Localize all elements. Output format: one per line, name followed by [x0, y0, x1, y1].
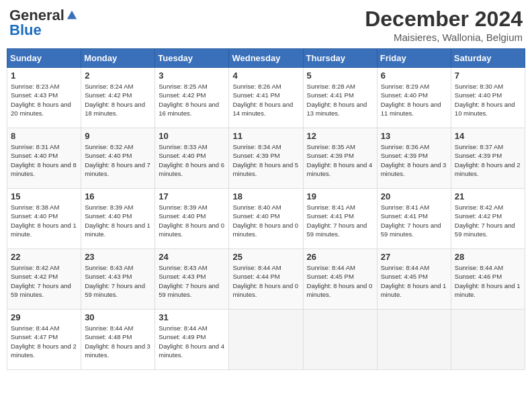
day-number: 1	[11, 71, 77, 81]
day-number: 10	[159, 131, 225, 141]
day-number: 9	[85, 131, 151, 141]
weekday-header-monday: Monday	[81, 49, 155, 68]
day-cell: 27 Sunrise: 8:44 AMSunset: 4:45 PMDaylig…	[377, 249, 451, 310]
weekday-header-wednesday: Wednesday	[229, 49, 303, 68]
weekday-header-friday: Friday	[377, 49, 451, 68]
day-cell: 11 Sunrise: 8:34 AMSunset: 4:39 PMDaylig…	[229, 128, 303, 189]
day-info: Sunrise: 8:44 AMSunset: 4:48 PMDaylight:…	[85, 324, 150, 359]
day-cell: 12 Sunrise: 8:35 AMSunset: 4:39 PMDaylig…	[303, 128, 377, 189]
day-info: Sunrise: 8:30 AMSunset: 4:40 PMDaylight:…	[455, 83, 515, 117]
day-cell: 22 Sunrise: 8:42 AMSunset: 4:42 PMDaylig…	[7, 249, 81, 310]
location: Maisieres, Wallonia, Belgium	[365, 32, 523, 43]
day-info: Sunrise: 8:44 AMSunset: 4:47 PMDaylight:…	[11, 324, 77, 359]
day-number: 28	[455, 252, 521, 262]
day-info: Sunrise: 8:37 AMSunset: 4:39 PMDaylight:…	[455, 143, 521, 177]
day-cell: 26 Sunrise: 8:44 AMSunset: 4:45 PMDaylig…	[303, 249, 377, 310]
day-cell: 7 Sunrise: 8:30 AMSunset: 4:40 PMDayligh…	[451, 68, 525, 128]
day-number: 23	[85, 252, 151, 262]
day-cell: 8 Sunrise: 8:31 AMSunset: 4:40 PMDayligh…	[7, 128, 81, 189]
week-row-2: 8 Sunrise: 8:31 AMSunset: 4:40 PMDayligh…	[7, 128, 525, 189]
day-number: 19	[307, 191, 373, 201]
day-info: Sunrise: 8:44 AMSunset: 4:45 PMDaylight:…	[307, 264, 373, 298]
week-row-4: 22 Sunrise: 8:42 AMSunset: 4:42 PMDaylig…	[7, 249, 525, 310]
day-cell: 4 Sunrise: 8:26 AMSunset: 4:41 PMDayligh…	[229, 68, 303, 128]
week-row-5: 29 Sunrise: 8:44 AMSunset: 4:47 PMDaylig…	[7, 310, 525, 370]
day-cell: 28 Sunrise: 8:44 AMSunset: 4:46 PMDaylig…	[451, 249, 525, 310]
day-number: 24	[159, 252, 225, 262]
day-info: Sunrise: 8:24 AMSunset: 4:42 PMDaylight:…	[85, 83, 145, 117]
day-number: 11	[232, 131, 299, 141]
day-info: Sunrise: 8:43 AMSunset: 4:43 PMDaylight:…	[85, 264, 145, 298]
page-header: General Blue December 2024 Maisieres, Wa…	[7, 7, 525, 43]
logo-blue: Blue	[9, 21, 42, 39]
day-cell	[229, 310, 303, 370]
day-info: Sunrise: 8:33 AMSunset: 4:40 PMDaylight:…	[159, 143, 224, 177]
day-number: 3	[159, 71, 225, 81]
day-cell: 24 Sunrise: 8:43 AMSunset: 4:43 PMDaylig…	[155, 249, 229, 310]
calendar: SundayMondayTuesdayWednesdayThursdayFrid…	[7, 48, 525, 370]
day-cell: 25 Sunrise: 8:44 AMSunset: 4:44 PMDaylig…	[229, 249, 303, 310]
day-cell	[451, 310, 525, 370]
day-cell: 30 Sunrise: 8:44 AMSunset: 4:48 PMDaylig…	[81, 310, 155, 370]
day-cell: 17 Sunrise: 8:39 AMSunset: 4:40 PMDaylig…	[155, 189, 229, 249]
day-info: Sunrise: 8:41 AMSunset: 4:41 PMDaylight:…	[381, 203, 441, 238]
day-number: 2	[85, 71, 151, 81]
svg-marker-0	[67, 11, 77, 19]
day-cell: 29 Sunrise: 8:44 AMSunset: 4:47 PMDaylig…	[7, 310, 81, 370]
day-cell: 3 Sunrise: 8:25 AMSunset: 4:42 PMDayligh…	[155, 68, 229, 128]
day-cell: 2 Sunrise: 8:24 AMSunset: 4:42 PMDayligh…	[81, 68, 155, 128]
day-info: Sunrise: 8:44 AMSunset: 4:44 PMDaylight:…	[232, 264, 298, 298]
day-number: 26	[307, 252, 373, 262]
day-info: Sunrise: 8:42 AMSunset: 4:42 PMDaylight:…	[455, 203, 515, 238]
day-number: 7	[455, 71, 521, 81]
day-cell	[377, 310, 451, 370]
day-info: Sunrise: 8:39 AMSunset: 4:40 PMDaylight:…	[159, 203, 224, 238]
day-cell: 6 Sunrise: 8:29 AMSunset: 4:40 PMDayligh…	[377, 68, 451, 128]
week-row-3: 15 Sunrise: 8:38 AMSunset: 4:40 PMDaylig…	[7, 189, 525, 249]
day-cell: 16 Sunrise: 8:39 AMSunset: 4:40 PMDaylig…	[81, 189, 155, 249]
day-cell: 9 Sunrise: 8:32 AMSunset: 4:40 PMDayligh…	[81, 128, 155, 189]
day-number: 21	[455, 191, 521, 201]
day-info: Sunrise: 8:32 AMSunset: 4:40 PMDaylight:…	[85, 143, 150, 177]
day-number: 8	[11, 131, 77, 141]
day-cell	[303, 310, 377, 370]
day-number: 20	[381, 191, 447, 201]
weekday-header-sunday: Sunday	[7, 49, 81, 68]
day-info: Sunrise: 8:40 AMSunset: 4:40 PMDaylight:…	[232, 203, 298, 238]
day-cell: 13 Sunrise: 8:36 AMSunset: 4:39 PMDaylig…	[377, 128, 451, 189]
day-info: Sunrise: 8:31 AMSunset: 4:40 PMDaylight:…	[11, 143, 77, 177]
day-number: 31	[159, 312, 225, 322]
weekday-header-saturday: Saturday	[451, 49, 525, 68]
day-info: Sunrise: 8:35 AMSunset: 4:39 PMDaylight:…	[307, 143, 373, 177]
day-info: Sunrise: 8:28 AMSunset: 4:41 PMDaylight:…	[307, 83, 367, 117]
day-number: 22	[11, 252, 77, 262]
day-info: Sunrise: 8:41 AMSunset: 4:41 PMDaylight:…	[307, 203, 367, 238]
weekday-header-thursday: Thursday	[303, 49, 377, 68]
day-cell: 18 Sunrise: 8:40 AMSunset: 4:40 PMDaylig…	[229, 189, 303, 249]
day-number: 13	[381, 131, 447, 141]
day-cell: 19 Sunrise: 8:41 AMSunset: 4:41 PMDaylig…	[303, 189, 377, 249]
day-info: Sunrise: 8:42 AMSunset: 4:42 PMDaylight:…	[11, 264, 71, 298]
weekday-header-row: SundayMondayTuesdayWednesdayThursdayFrid…	[7, 49, 525, 68]
day-cell: 10 Sunrise: 8:33 AMSunset: 4:40 PMDaylig…	[155, 128, 229, 189]
logo-icon	[66, 9, 78, 21]
day-number: 18	[232, 191, 299, 201]
weekday-header-tuesday: Tuesday	[155, 49, 229, 68]
day-info: Sunrise: 8:36 AMSunset: 4:39 PMDaylight:…	[381, 143, 447, 177]
day-info: Sunrise: 8:25 AMSunset: 4:42 PMDaylight:…	[159, 83, 219, 117]
day-cell: 21 Sunrise: 8:42 AMSunset: 4:42 PMDaylig…	[451, 189, 525, 249]
day-number: 12	[307, 131, 373, 141]
day-number: 4	[232, 71, 299, 81]
day-cell: 1 Sunrise: 8:23 AMSunset: 4:43 PMDayligh…	[7, 68, 81, 128]
day-number: 14	[455, 131, 521, 141]
day-number: 29	[11, 312, 77, 322]
day-number: 27	[381, 252, 447, 262]
day-number: 16	[85, 191, 151, 201]
day-info: Sunrise: 8:29 AMSunset: 4:40 PMDaylight:…	[381, 83, 441, 117]
day-info: Sunrise: 8:39 AMSunset: 4:40 PMDaylight:…	[85, 203, 150, 238]
day-info: Sunrise: 8:44 AMSunset: 4:46 PMDaylight:…	[455, 264, 521, 298]
day-info: Sunrise: 8:23 AMSunset: 4:43 PMDaylight:…	[11, 83, 71, 117]
day-cell: 14 Sunrise: 8:37 AMSunset: 4:39 PMDaylig…	[451, 128, 525, 189]
day-number: 17	[159, 191, 225, 201]
title-section: December 2024 Maisieres, Wallonia, Belgi…	[365, 7, 523, 43]
